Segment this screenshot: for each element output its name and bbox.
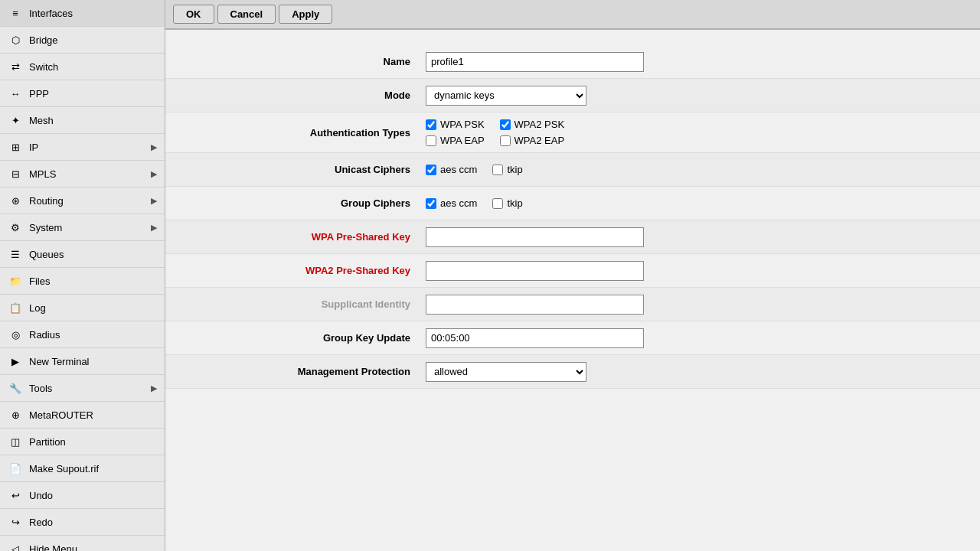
sidebar-item-partition[interactable]: ◫ Partition xyxy=(0,429,165,455)
sidebar-label-mesh: Mesh xyxy=(29,115,157,126)
wpa2-psk-label: WPA2 Pre-Shared Key xyxy=(181,265,426,276)
sidebar-item-bridge[interactable]: ⬡ Bridge xyxy=(0,27,165,54)
auth-wpa2-psk-item[interactable]: WPA2 PSK xyxy=(500,119,565,130)
sidebar-label-ppp: PPP xyxy=(29,88,157,99)
bridge-icon: ⬡ xyxy=(8,32,23,47)
sidebar-item-interfaces[interactable]: ≡ Interfaces xyxy=(0,0,165,27)
queues-icon: ☰ xyxy=(8,246,23,262)
wpa2-psk-control xyxy=(426,261,808,281)
arrow-icon: ▶ xyxy=(151,169,157,179)
sidebar: ≡ Interfaces ⬡ Bridge ⇄ Switch ↔ PPP ✦ M… xyxy=(0,0,165,551)
uc-uc-aes-item[interactable]: aes ccm xyxy=(426,164,477,175)
auth-types-group: WPA PSKWPA2 PSKWPA EAPWPA2 EAP xyxy=(426,119,808,146)
sidebar-item-metarouter[interactable]: ⊕ MetaROUTER xyxy=(0,402,165,429)
sidebar-item-files[interactable]: 📁 Files xyxy=(0,268,165,295)
sidebar-label-hide-menu: Hide Menu xyxy=(29,543,157,552)
auth-wpa2-eap-item[interactable]: WPA2 EAP xyxy=(500,135,565,146)
uc-uc-tkip-item[interactable]: tkip xyxy=(492,164,522,175)
name-control xyxy=(426,52,808,72)
ip-icon: ⊞ xyxy=(8,139,23,155)
partition-icon: ◫ xyxy=(8,434,23,449)
sidebar-item-system[interactable]: ⚙ System ▶ xyxy=(0,214,165,241)
sidebar-item-ppp[interactable]: ↔ PPP xyxy=(0,80,165,107)
auth-wpa2-eap-checkbox[interactable] xyxy=(500,135,511,146)
ok-button[interactable]: OK xyxy=(173,5,214,24)
uc-uc-tkip-checkbox[interactable] xyxy=(492,165,503,175)
arrow-icon: ▶ xyxy=(151,223,157,233)
gc-gc-aes-item[interactable]: aes ccm xyxy=(426,197,477,209)
mesh-icon: ✦ xyxy=(8,112,23,128)
wpa2-psk-row: WPA2 Pre-Shared Key xyxy=(165,254,980,288)
tools-icon: 🔧 xyxy=(8,380,23,396)
wpa2-psk-input[interactable] xyxy=(426,261,644,281)
sidebar-label-redo: Redo xyxy=(29,517,157,528)
sidebar-item-routing[interactable]: ⊛ Routing ▶ xyxy=(0,187,165,214)
sidebar-label-make-supout: Make Supout.rif xyxy=(29,463,157,474)
sidebar-label-metarouter: MetaROUTER xyxy=(29,409,157,421)
sidebar-item-mesh[interactable]: ✦ Mesh xyxy=(0,107,165,134)
sidebar-item-hide-menu[interactable]: ◁ Hide Menu xyxy=(0,536,165,551)
mode-row: Mode dynamic keysstatic keysnone xyxy=(165,79,980,112)
arrow-icon: ▶ xyxy=(151,142,157,152)
auth-wpa2-eap-label: WPA2 EAP xyxy=(514,135,565,146)
sidebar-label-files: Files xyxy=(29,276,157,287)
sidebar-item-tools[interactable]: 🔧 Tools ▶ xyxy=(0,375,165,402)
apply-button[interactable]: Apply xyxy=(279,5,332,24)
uc-uc-tkip-label: tkip xyxy=(507,164,522,175)
auth-wpa-eap-checkbox[interactable] xyxy=(426,135,436,146)
sidebar-label-log: Log xyxy=(29,302,157,314)
mgmt-protection-label: Management Protection xyxy=(181,366,426,377)
radius-icon: ◎ xyxy=(8,327,23,342)
uc-uc-aes-checkbox[interactable] xyxy=(426,165,436,175)
auth-wpa-eap-label: WPA EAP xyxy=(440,135,485,146)
auth-wpa2-psk-checkbox[interactable] xyxy=(500,119,511,130)
mode-select[interactable]: dynamic keysstatic keysnone xyxy=(426,86,586,106)
mode-control: dynamic keysstatic keysnone xyxy=(426,86,808,106)
mode-label: Mode xyxy=(181,90,426,101)
sidebar-item-new-terminal[interactable]: ▶ New Terminal xyxy=(0,348,165,375)
gc-gc-tkip-item[interactable]: tkip xyxy=(492,197,522,209)
gc-gc-tkip-checkbox[interactable] xyxy=(492,198,503,209)
new-terminal-icon: ▶ xyxy=(8,354,23,369)
arrow-icon: ▶ xyxy=(151,383,157,393)
sidebar-item-radius[interactable]: ◎ Radius xyxy=(0,321,165,348)
toolbar: OK Cancel Apply xyxy=(165,0,980,30)
supplicant-row: Supplicant Identity xyxy=(165,288,980,321)
ppp-icon: ↔ xyxy=(8,86,23,101)
gc-gc-tkip-label: tkip xyxy=(507,197,522,209)
sidebar-item-undo[interactable]: ↩ Undo xyxy=(0,482,165,509)
auth-wpa-psk-item[interactable]: WPA PSK xyxy=(426,119,485,130)
system-icon: ⚙ xyxy=(8,220,23,235)
log-icon: 📋 xyxy=(8,300,23,315)
auth-types-control: WPA PSKWPA2 PSKWPA EAPWPA2 EAP xyxy=(426,119,808,146)
supplicant-input[interactable] xyxy=(426,295,644,315)
gc-gc-aes-label: aes ccm xyxy=(440,197,477,209)
group-ciphers-label: Group Ciphers xyxy=(181,197,426,209)
wpa-psk-input[interactable] xyxy=(426,227,644,247)
sidebar-item-mpls[interactable]: ⊟ MPLS ▶ xyxy=(0,161,165,187)
sidebar-item-log[interactable]: 📋 Log xyxy=(0,295,165,321)
arrow-icon: ▶ xyxy=(151,196,157,206)
wpa-psk-control xyxy=(426,227,808,247)
name-input[interactable] xyxy=(426,52,644,72)
files-icon: 📁 xyxy=(8,273,23,289)
sidebar-item-queues[interactable]: ☰ Queues xyxy=(0,241,165,268)
gc-gc-aes-checkbox[interactable] xyxy=(426,198,436,209)
interfaces-icon: ≡ xyxy=(8,5,23,21)
group-key-input[interactable] xyxy=(426,328,644,348)
sidebar-item-redo[interactable]: ↪ Redo xyxy=(0,509,165,536)
group-key-row: Group Key Update xyxy=(165,321,980,355)
auth-wpa-eap-item[interactable]: WPA EAP xyxy=(426,135,485,146)
redo-icon: ↪ xyxy=(8,514,23,530)
auth-wpa-psk-checkbox[interactable] xyxy=(426,119,436,130)
hide-menu-icon: ◁ xyxy=(8,541,23,551)
routing-icon: ⊛ xyxy=(8,193,23,208)
sidebar-label-radius: Radius xyxy=(29,329,157,341)
cancel-button[interactable]: Cancel xyxy=(217,5,276,24)
sidebar-item-switch[interactable]: ⇄ Switch xyxy=(0,54,165,80)
name-label: Name xyxy=(181,56,426,67)
sidebar-item-make-supout[interactable]: 📄 Make Supout.rif xyxy=(0,455,165,482)
mgmt-protection-select[interactable]: allowedrequireddisabled xyxy=(426,362,586,382)
form-area: Name Mode dynamic keysstatic keysnone Au… xyxy=(165,30,980,551)
sidebar-item-ip[interactable]: ⊞ IP ▶ xyxy=(0,134,165,161)
